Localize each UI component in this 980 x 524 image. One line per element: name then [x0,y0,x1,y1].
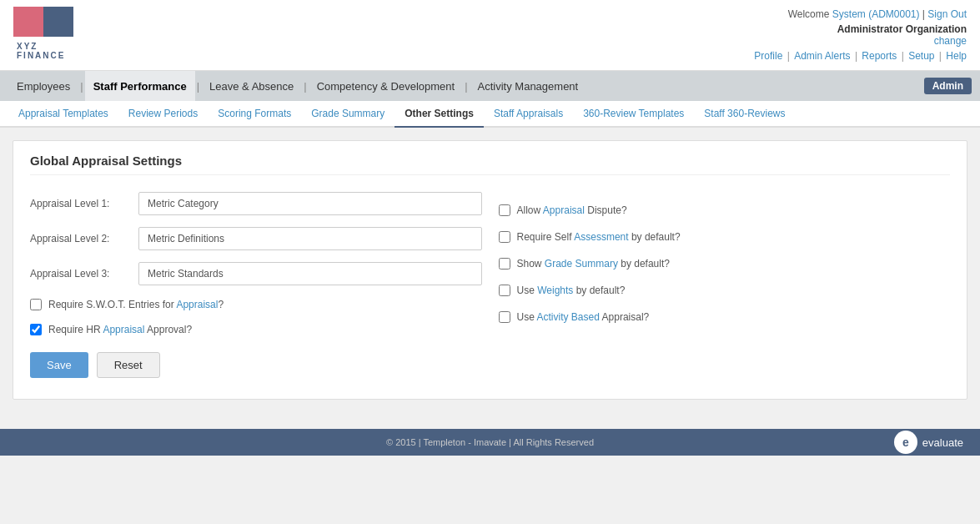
appraisal-level-2-input[interactable] [138,227,482,250]
button-row: Save Reset [30,352,482,378]
nav-staff-performance[interactable]: Staff Performance [85,71,195,101]
content-area: Global Appraisal Settings Appraisal Leve… [0,128,980,412]
grade-summary-label[interactable]: Show Grade Summary by default? [517,258,670,270]
top-links: Profile | Admin Alerts | Reports | Setup… [754,50,967,62]
appraisal-level-2-label: Appraisal Level 2: [30,233,138,244]
org-name: Administrator Organization [754,23,967,35]
hr-approval-checkbox-row: Require HR Appraisal Approval? [30,324,482,335]
tab-review-periods[interactable]: Review Periods [118,101,208,128]
appraisal-level-1-input-wrapper [138,192,482,215]
appraisal-level-1-row: Appraisal Level 1: [30,192,482,215]
logo-pink-block [13,7,43,37]
setup-link[interactable]: Setup [908,50,934,62]
swot-label[interactable]: Require S.W.O.T. Entries for Appraisal? [48,299,224,310]
dispute-checkbox-row: Allow Appraisal Dispute? [499,204,951,216]
appraisal-level-3-input-wrapper [138,262,482,285]
header: XYZFINANCE Welcome System (ADM0001) | Si… [0,0,980,71]
reports-link[interactable]: Reports [862,50,897,62]
reset-button[interactable]: Reset [97,352,160,378]
weights-label[interactable]: Use Weights by default? [517,285,626,296]
tab-appraisal-templates[interactable]: Appraisal Templates [8,101,118,128]
nav-activity[interactable]: Activity Management [470,71,587,101]
logo-area: XYZFINANCE [13,7,73,63]
grade-summary-checkbox-row: Show Grade Summary by default? [499,258,951,270]
logo-text: XYZFINANCE [17,42,65,60]
tab-staff-appraisals[interactable]: Staff Appraisals [484,101,573,128]
header-right: Welcome System (ADM0001) | Sign Out Admi… [754,8,967,62]
activity-label[interactable]: Use Activity Based Appraisal? [517,311,650,323]
tab-scoring-formats[interactable]: Scoring Formats [208,101,301,128]
appraisal-level-2-row: Appraisal Level 2: [30,227,482,250]
activity-checkbox-row: Use Activity Based Appraisal? [499,311,951,323]
appraisal-level-1-input[interactable] [138,192,482,215]
admin-badge: Admin [924,78,972,94]
self-assessment-checkbox[interactable] [499,231,510,243]
nav-bar: Employees | Staff Performance | Leave & … [0,71,980,101]
profile-link[interactable]: Profile [754,50,782,62]
admin-alerts-link[interactable]: Admin Alerts [794,50,850,62]
hr-approval-checkbox[interactable] [30,324,42,335]
signout-link[interactable]: Sign Out [927,8,967,20]
appraisal-level-2-input-wrapper [138,227,482,250]
activity-checkbox[interactable] [499,311,510,323]
footer-logo-text: evaluate [922,436,963,449]
grade-summary-checkbox[interactable] [499,258,510,270]
footer-logo: e evaluate [894,431,963,454]
self-assessment-checkbox-row: Require Self Assessment by default? [499,231,951,243]
footer-logo-circle: e [894,431,917,454]
self-assessment-label[interactable]: Require Self Assessment by default? [517,231,681,243]
weights-checkbox[interactable] [499,285,510,296]
swot-checkbox[interactable] [30,299,42,310]
save-button[interactable]: Save [30,352,88,378]
change-link[interactable]: change [934,35,967,47]
form-left: Appraisal Level 1: Appraisal Level 2: Ap… [30,192,482,378]
help-link[interactable]: Help [946,50,967,62]
tab-staff-360-reviews[interactable]: Staff 360-Reviews [694,101,795,128]
dispute-label[interactable]: Allow Appraisal Dispute? [517,204,627,216]
hr-approval-label[interactable]: Require HR Appraisal Approval? [48,324,192,335]
footer: © 2015 | Templeton - Imavate | All Right… [0,429,980,456]
appraisal-level-3-row: Appraisal Level 3: [30,262,482,285]
dispute-checkbox[interactable] [499,204,510,216]
logo-blue-block [43,7,73,37]
tab-360-review-templates[interactable]: 360-Review Templates [573,101,694,128]
user-link[interactable]: System (ADM0001) [832,8,920,20]
appraisal-level-1-label: Appraisal Level 1: [30,198,138,209]
logo: XYZFINANCE [13,7,73,63]
settings-title: Global Appraisal Settings [30,154,950,175]
nav-competency[interactable]: Competency & Development [309,71,463,101]
settings-panel: Global Appraisal Settings Appraisal Leve… [13,140,967,400]
appraisal-level-3-input[interactable] [138,262,482,285]
form-right: Allow Appraisal Dispute? Require Self As… [499,192,951,378]
tab-other-settings[interactable]: Other Settings [395,101,484,128]
welcome-text: Welcome System (ADM0001) | Sign Out [754,8,967,20]
weights-checkbox-row: Use Weights by default? [499,285,951,296]
tab-grade-summary[interactable]: Grade Summary [301,101,395,128]
nav-leave-absence[interactable]: Leave & Absence [201,71,302,101]
tab-bar: Appraisal Templates Review Periods Scori… [0,101,980,128]
swot-checkbox-row: Require S.W.O.T. Entries for Appraisal? [30,299,482,310]
form-grid: Appraisal Level 1: Appraisal Level 2: Ap… [30,192,950,378]
nav-employees[interactable]: Employees [8,71,78,101]
appraisal-level-3-label: Appraisal Level 3: [30,268,138,280]
footer-text: © 2015 | Templeton - Imavate | All Right… [386,437,594,447]
